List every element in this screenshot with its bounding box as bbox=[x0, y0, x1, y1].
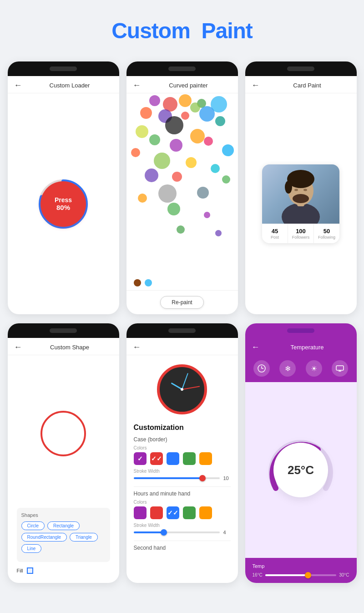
circular-progress[interactable]: Press 80% bbox=[36, 177, 91, 231]
dot bbox=[145, 169, 158, 182]
swatch-green-1[interactable] bbox=[183, 452, 196, 465]
notch-shape bbox=[50, 328, 77, 333]
stat-posts: 45 Post bbox=[262, 224, 288, 243]
svg-point-6 bbox=[285, 181, 292, 194]
fill-checkbox[interactable] bbox=[27, 567, 33, 574]
clock-face bbox=[134, 355, 231, 424]
dot bbox=[172, 172, 182, 182]
case-stroke-fill bbox=[134, 477, 202, 479]
phone-topbar-painter bbox=[126, 61, 238, 76]
svg-point-8 bbox=[294, 189, 298, 191]
profile-card: 45 Post 100 Followers 50 Following bbox=[262, 164, 339, 243]
mode-icon-sun[interactable]: ☀ bbox=[306, 360, 322, 377]
case-stroke-value: 10 bbox=[223, 475, 231, 481]
temp-slider-thumb[interactable] bbox=[305, 572, 311, 578]
case-stroke-thumb[interactable] bbox=[199, 475, 206, 481]
dot bbox=[186, 157, 197, 168]
mode-icon-screen[interactable] bbox=[332, 360, 348, 377]
temp-slider-row: 16°C 30°C bbox=[253, 572, 349, 577]
shape-header: ← Custom Shape bbox=[8, 338, 119, 355]
page-title: Custom Paint bbox=[111, 18, 253, 43]
phone-topbar-temp bbox=[245, 323, 357, 338]
stat-following: 50 Following bbox=[314, 224, 339, 243]
painter-title: Curved painter bbox=[146, 82, 232, 89]
hand-stroke-thumb[interactable] bbox=[161, 529, 167, 536]
card-custom-loader: ← Custom Loader Press 80% bbox=[8, 61, 119, 314]
back-arrow-loader[interactable]: ← bbox=[14, 81, 22, 90]
shape-btn-line[interactable]: Line bbox=[21, 544, 42, 553]
press-label: Press bbox=[55, 196, 72, 204]
section-second-title: Second hand bbox=[134, 545, 231, 551]
loader-title: Custom Loader bbox=[27, 82, 113, 89]
dot bbox=[131, 148, 140, 157]
sun-icon: ☀ bbox=[311, 364, 317, 373]
dot bbox=[197, 187, 209, 199]
row-1: ← Custom Loader Press 80% ← bbox=[9, 61, 355, 314]
case-stroke-track[interactable] bbox=[134, 477, 220, 479]
dot bbox=[211, 164, 220, 173]
back-arrow-temp[interactable]: ← bbox=[252, 342, 260, 352]
avatar bbox=[280, 164, 321, 224]
card-paint: ← Card Paint bbox=[245, 61, 357, 314]
clock-header: ← bbox=[126, 338, 238, 355]
back-arrow-painter[interactable]: ← bbox=[133, 81, 141, 90]
temp-min: 16°C bbox=[253, 572, 263, 577]
temp-slider-fill bbox=[265, 574, 308, 576]
temp-slider-track[interactable] bbox=[265, 574, 336, 576]
palette-dot-brown[interactable] bbox=[134, 279, 141, 286]
swatch-green-2[interactable] bbox=[183, 506, 196, 519]
shape-btn-circle[interactable]: Circle bbox=[21, 521, 45, 530]
notch-card bbox=[287, 66, 314, 71]
back-arrow-clock[interactable]: ← bbox=[133, 342, 141, 352]
temp-display: 25°C bbox=[245, 382, 357, 558]
shape-btn-triangle[interactable]: Triangle bbox=[70, 533, 98, 541]
customization-title: Customization bbox=[134, 424, 231, 432]
dot bbox=[149, 134, 160, 145]
hand-stroke-track[interactable] bbox=[134, 531, 220, 533]
swatch-red-1[interactable]: ✓ bbox=[150, 452, 163, 465]
hand-stroke-slider: 4 bbox=[134, 530, 231, 535]
card-custom-shape: ← Custom Shape Shapes Circle Rectangle R… bbox=[8, 323, 119, 583]
dot bbox=[149, 95, 160, 106]
dot bbox=[154, 153, 170, 169]
case-color-swatches: ✓ bbox=[134, 452, 231, 465]
swatch-orange-1[interactable] bbox=[199, 452, 212, 465]
palette-dot-blue[interactable] bbox=[145, 279, 152, 286]
repaint-button[interactable]: Re-paint bbox=[160, 296, 203, 309]
dot bbox=[190, 129, 205, 143]
dot bbox=[204, 137, 213, 146]
dot bbox=[158, 184, 177, 203]
card-title: Card Paint bbox=[264, 82, 350, 89]
divider-2 bbox=[134, 541, 231, 541]
temp-value: 25°C bbox=[288, 463, 314, 477]
mode-icon-clock[interactable] bbox=[253, 360, 270, 377]
hand-stroke-fill bbox=[134, 531, 164, 533]
title-text: Custom bbox=[111, 19, 190, 43]
shape-title: Custom Shape bbox=[27, 344, 113, 351]
painter-canvas[interactable] bbox=[126, 93, 238, 276]
painter-header: ← Curved painter bbox=[126, 76, 238, 93]
percent-label: 80% bbox=[56, 204, 70, 211]
swatch-blue-2[interactable]: ✓ bbox=[167, 506, 179, 519]
back-arrow-shape[interactable]: ← bbox=[14, 342, 22, 352]
dot bbox=[222, 144, 234, 156]
mode-icon-snowflake[interactable]: ❄ bbox=[279, 360, 296, 377]
swatch-red-2[interactable] bbox=[150, 506, 163, 519]
back-arrow-card[interactable]: ← bbox=[252, 81, 260, 90]
section-case-colors-label: Colors bbox=[134, 445, 231, 450]
swatch-purple-1[interactable] bbox=[134, 452, 147, 465]
dot bbox=[136, 125, 148, 138]
stat-followers: 100 Followers bbox=[288, 224, 314, 243]
temp-inner-circle: 25°C bbox=[273, 443, 328, 497]
card-body: 45 Post 100 Followers 50 Following bbox=[245, 93, 357, 314]
shape-btn-rectangle[interactable]: Rectangle bbox=[47, 521, 80, 530]
shape-btn-roundrect[interactable]: RoundRectangle bbox=[21, 533, 67, 541]
swatch-purple-2[interactable] bbox=[134, 506, 147, 519]
repaint-button-area: Re-paint bbox=[126, 290, 238, 314]
clock-center bbox=[181, 388, 183, 391]
stat-following-num: 50 bbox=[324, 228, 330, 235]
swatch-orange-2[interactable] bbox=[199, 506, 212, 519]
screen-icon bbox=[336, 365, 344, 372]
swatch-blue-1[interactable] bbox=[167, 452, 179, 465]
temp-header: ← Temperature bbox=[245, 338, 357, 355]
